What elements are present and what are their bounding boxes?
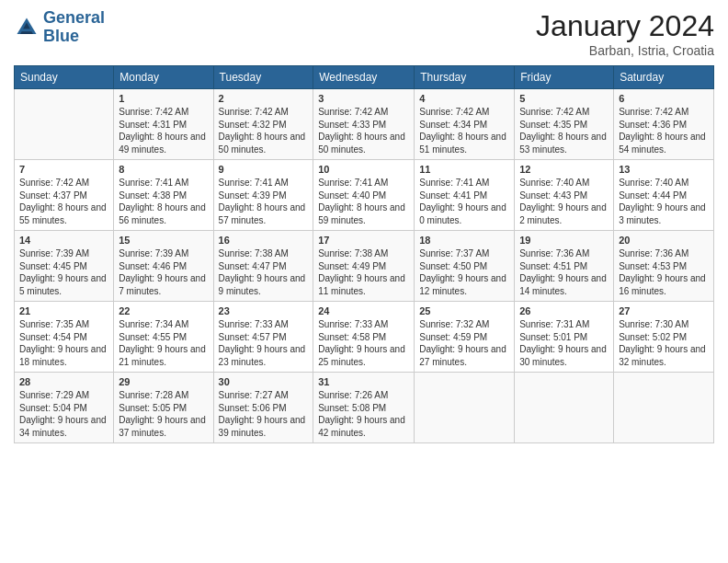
- calendar-cell: 17Sunrise: 7:38 AM Sunset: 4:49 PM Dayli…: [313, 231, 415, 302]
- day-number: 12: [519, 164, 609, 175]
- day-number: 13: [619, 164, 709, 175]
- calendar-cell: 29Sunrise: 7:28 AM Sunset: 5:05 PM Dayli…: [114, 373, 213, 443]
- calendar-cell: 7Sunrise: 7:42 AM Sunset: 4:37 PM Daylig…: [15, 160, 114, 231]
- calendar-cell: [515, 373, 614, 443]
- day-number: 14: [19, 235, 108, 246]
- day-info: Sunrise: 7:33 AM Sunset: 4:57 PM Dayligh…: [219, 318, 309, 368]
- day-of-week-header: Monday: [114, 66, 213, 89]
- calendar-cell: 8Sunrise: 7:41 AM Sunset: 4:38 PM Daylig…: [114, 160, 213, 231]
- logo-line1: General: [43, 8, 105, 27]
- calendar-cell: 16Sunrise: 7:38 AM Sunset: 4:47 PM Dayli…: [213, 231, 313, 302]
- day-number: 16: [219, 235, 309, 246]
- page-header: General Blue January 2024 Barban, Istria…: [14, 9, 714, 58]
- day-number: 11: [419, 164, 509, 175]
- logo-text: General Blue: [43, 9, 105, 46]
- day-info: Sunrise: 7:34 AM Sunset: 4:55 PM Dayligh…: [119, 318, 208, 368]
- day-info: Sunrise: 7:42 AM Sunset: 4:32 PM Dayligh…: [219, 106, 309, 155]
- day-number: 30: [219, 376, 309, 387]
- day-of-week-header: Tuesday: [213, 66, 313, 89]
- day-number: 3: [318, 93, 409, 104]
- day-number: 23: [219, 305, 309, 316]
- calendar-cell: 14Sunrise: 7:39 AM Sunset: 4:45 PM Dayli…: [15, 231, 114, 302]
- day-info: Sunrise: 7:32 AM Sunset: 4:59 PM Dayligh…: [419, 318, 509, 368]
- calendar-cell: 9Sunrise: 7:41 AM Sunset: 4:39 PM Daylig…: [213, 160, 313, 231]
- day-info: Sunrise: 7:41 AM Sunset: 4:40 PM Dayligh…: [318, 177, 409, 226]
- day-info: Sunrise: 7:42 AM Sunset: 4:31 PM Dayligh…: [119, 106, 208, 155]
- day-info: Sunrise: 7:40 AM Sunset: 4:44 PM Dayligh…: [619, 177, 709, 226]
- day-info: Sunrise: 7:33 AM Sunset: 4:58 PM Dayligh…: [318, 318, 409, 368]
- calendar-body: 1Sunrise: 7:42 AM Sunset: 4:31 PM Daylig…: [15, 89, 714, 443]
- day-info: Sunrise: 7:26 AM Sunset: 5:08 PM Dayligh…: [318, 389, 409, 439]
- day-number: 31: [318, 376, 409, 387]
- day-number: 7: [19, 164, 108, 175]
- day-number: 20: [619, 235, 709, 246]
- day-number: 1: [119, 93, 208, 104]
- calendar-week-row: 7Sunrise: 7:42 AM Sunset: 4:37 PM Daylig…: [15, 160, 714, 231]
- day-number: 27: [619, 305, 709, 316]
- day-number: 19: [519, 235, 609, 246]
- day-number: 4: [419, 93, 509, 104]
- calendar-cell: 22Sunrise: 7:34 AM Sunset: 4:55 PM Dayli…: [114, 302, 213, 373]
- calendar-week-row: 1Sunrise: 7:42 AM Sunset: 4:31 PM Daylig…: [15, 89, 714, 160]
- day-of-week-header: Wednesday: [313, 66, 415, 89]
- location: Barban, Istria, Croatia: [536, 43, 714, 58]
- day-info: Sunrise: 7:38 AM Sunset: 4:49 PM Dayligh…: [318, 247, 409, 297]
- day-number: 10: [318, 164, 409, 175]
- day-info: Sunrise: 7:42 AM Sunset: 4:35 PM Dayligh…: [519, 106, 609, 155]
- day-number: 24: [318, 305, 409, 316]
- calendar-cell: [614, 373, 714, 443]
- day-info: Sunrise: 7:40 AM Sunset: 4:43 PM Dayligh…: [519, 177, 609, 226]
- calendar-cell: 5Sunrise: 7:42 AM Sunset: 4:35 PM Daylig…: [515, 89, 614, 160]
- calendar-cell: 26Sunrise: 7:31 AM Sunset: 5:01 PM Dayli…: [515, 302, 614, 373]
- day-number: 25: [419, 305, 509, 316]
- day-number: 17: [318, 235, 409, 246]
- calendar-cell: 18Sunrise: 7:37 AM Sunset: 4:50 PM Dayli…: [415, 231, 515, 302]
- day-number: 6: [619, 93, 709, 104]
- calendar-week-row: 28Sunrise: 7:29 AM Sunset: 5:04 PM Dayli…: [15, 373, 714, 443]
- day-info: Sunrise: 7:31 AM Sunset: 5:01 PM Dayligh…: [519, 318, 609, 368]
- day-number: 2: [219, 93, 309, 104]
- calendar-header: SundayMondayTuesdayWednesdayThursdayFrid…: [15, 66, 714, 89]
- calendar-cell: 27Sunrise: 7:30 AM Sunset: 5:02 PM Dayli…: [614, 302, 714, 373]
- day-info: Sunrise: 7:42 AM Sunset: 4:36 PM Dayligh…: [619, 106, 709, 155]
- calendar-cell: 23Sunrise: 7:33 AM Sunset: 4:57 PM Dayli…: [213, 302, 313, 373]
- day-info: Sunrise: 7:41 AM Sunset: 4:38 PM Dayligh…: [119, 177, 208, 226]
- calendar-cell: 19Sunrise: 7:36 AM Sunset: 4:51 PM Dayli…: [515, 231, 614, 302]
- day-info: Sunrise: 7:38 AM Sunset: 4:47 PM Dayligh…: [219, 247, 309, 297]
- calendar-cell: 6Sunrise: 7:42 AM Sunset: 4:36 PM Daylig…: [614, 89, 714, 160]
- calendar-cell: 28Sunrise: 7:29 AM Sunset: 5:04 PM Dayli…: [15, 373, 114, 443]
- days-of-week-row: SundayMondayTuesdayWednesdayThursdayFrid…: [15, 66, 714, 89]
- day-info: Sunrise: 7:41 AM Sunset: 4:41 PM Dayligh…: [419, 177, 509, 226]
- svg-rect-2: [20, 29, 33, 31]
- day-number: 21: [19, 305, 108, 316]
- calendar-table: SundayMondayTuesdayWednesdayThursdayFrid…: [14, 65, 714, 443]
- day-number: 18: [419, 235, 509, 246]
- day-number: 9: [219, 164, 309, 175]
- day-info: Sunrise: 7:39 AM Sunset: 4:46 PM Dayligh…: [119, 247, 208, 297]
- calendar-cell: 21Sunrise: 7:35 AM Sunset: 4:54 PM Dayli…: [15, 302, 114, 373]
- calendar-cell: 13Sunrise: 7:40 AM Sunset: 4:44 PM Dayli…: [614, 160, 714, 231]
- calendar-cell: [15, 89, 114, 160]
- calendar-cell: 15Sunrise: 7:39 AM Sunset: 4:46 PM Dayli…: [114, 231, 213, 302]
- day-number: 29: [119, 376, 208, 387]
- day-number: 22: [119, 305, 208, 316]
- day-info: Sunrise: 7:30 AM Sunset: 5:02 PM Dayligh…: [619, 318, 709, 368]
- day-number: 26: [519, 305, 609, 316]
- day-of-week-header: Thursday: [415, 66, 515, 89]
- calendar-cell: 12Sunrise: 7:40 AM Sunset: 4:43 PM Dayli…: [515, 160, 614, 231]
- day-info: Sunrise: 7:36 AM Sunset: 4:51 PM Dayligh…: [519, 247, 609, 297]
- logo-icon: [14, 15, 40, 40]
- day-info: Sunrise: 7:27 AM Sunset: 5:06 PM Dayligh…: [219, 389, 309, 439]
- day-number: 8: [119, 164, 208, 175]
- calendar-cell: 30Sunrise: 7:27 AM Sunset: 5:06 PM Dayli…: [213, 373, 313, 443]
- day-info: Sunrise: 7:35 AM Sunset: 4:54 PM Dayligh…: [19, 318, 108, 368]
- calendar-cell: 31Sunrise: 7:26 AM Sunset: 5:08 PM Dayli…: [313, 373, 415, 443]
- day-info: Sunrise: 7:42 AM Sunset: 4:33 PM Dayligh…: [318, 106, 409, 155]
- calendar-cell: 1Sunrise: 7:42 AM Sunset: 4:31 PM Daylig…: [114, 89, 213, 160]
- day-info: Sunrise: 7:42 AM Sunset: 4:34 PM Dayligh…: [419, 106, 509, 155]
- title-block: January 2024 Barban, Istria, Croatia: [536, 9, 714, 58]
- month-title: January 2024: [536, 9, 714, 43]
- day-info: Sunrise: 7:28 AM Sunset: 5:05 PM Dayligh…: [119, 389, 208, 439]
- calendar-cell: 24Sunrise: 7:33 AM Sunset: 4:58 PM Dayli…: [313, 302, 415, 373]
- calendar-week-row: 14Sunrise: 7:39 AM Sunset: 4:45 PM Dayli…: [15, 231, 714, 302]
